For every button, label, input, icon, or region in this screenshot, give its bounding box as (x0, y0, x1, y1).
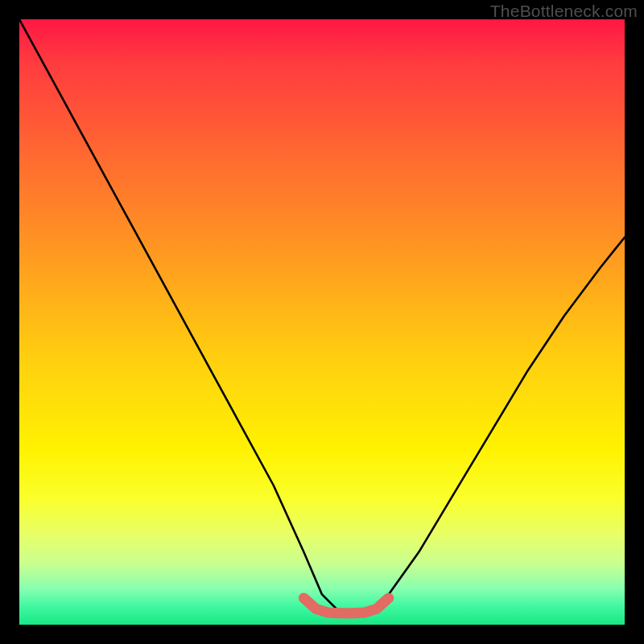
bottleneck-curve (19, 19, 625, 613)
optimal-range-marker (303, 598, 388, 613)
chart-frame: TheBottleneck.com (0, 0, 644, 644)
plot-area (19, 19, 625, 625)
watermark-text: TheBottleneck.com (490, 2, 638, 21)
curve-layer (19, 19, 625, 625)
